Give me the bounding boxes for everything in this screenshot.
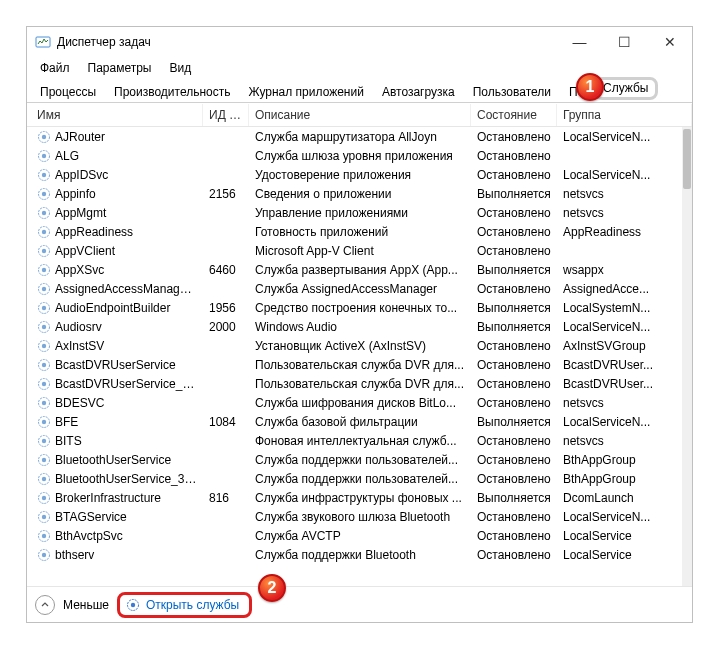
svg-point-30 — [42, 400, 46, 404]
service-desc: Средство построения конечных то... — [249, 301, 471, 315]
table-row[interactable]: BTAGServiceСлужба звукового шлюза Blueto… — [31, 507, 682, 526]
close-button[interactable]: ✕ — [647, 27, 692, 57]
titlebar: Диспетчер задач — ☐ ✕ — [27, 27, 692, 57]
service-name: BluetoothUserService_34751 — [55, 472, 203, 486]
service-group: LocalService — [557, 529, 682, 543]
service-name: AudioEndpointBuilder — [55, 301, 170, 315]
service-group: LocalService — [557, 548, 682, 562]
open-services-link[interactable]: Открыть службы — [117, 592, 252, 618]
svg-point-14 — [42, 248, 46, 252]
table-row[interactable]: AppReadinessГотовность приложенийОстанов… — [31, 222, 682, 241]
table-row[interactable]: AppIDSvcУдостоверение приложенияОстановл… — [31, 165, 682, 184]
service-state: Остановлено — [471, 282, 557, 296]
col-group[interactable]: Группа — [557, 104, 692, 126]
menu-view[interactable]: Вид — [160, 58, 200, 78]
table-row[interactable]: BrokerInfrastructure816Служба инфраструк… — [31, 488, 682, 507]
service-state: Остановлено — [471, 529, 557, 543]
svg-point-34 — [42, 438, 46, 442]
svg-point-42 — [42, 514, 46, 518]
callout-badge-1: 1 — [576, 73, 604, 101]
tab-processes[interactable]: Процессы — [31, 80, 105, 103]
table-row[interactable]: AppMgmtУправление приложениямиОстановлен… — [31, 203, 682, 222]
service-group: LocalServiceN... — [557, 320, 682, 334]
fewer-details-label[interactable]: Меньше — [63, 598, 109, 612]
services-icon — [126, 598, 140, 612]
collapse-button[interactable] — [35, 595, 55, 615]
table-row[interactable]: BluetoothUserServiceСлужба поддержки пол… — [31, 450, 682, 469]
service-desc: Фоновая интеллектуальная служб... — [249, 434, 471, 448]
col-desc[interactable]: Описание — [249, 104, 471, 126]
table-row[interactable]: BITSФоновая интеллектуальная служб...Ост… — [31, 431, 682, 450]
service-group: LocalServiceN... — [557, 510, 682, 524]
scroll-thumb[interactable] — [683, 129, 691, 189]
svg-point-26 — [42, 362, 46, 366]
service-pid: 2156 — [203, 187, 249, 201]
menu-options[interactable]: Параметры — [79, 58, 161, 78]
table-row[interactable]: BluetoothUserService_34751Служба поддерж… — [31, 469, 682, 488]
service-desc: Управление приложениями — [249, 206, 471, 220]
gear-icon — [37, 130, 51, 144]
table-row[interactable]: AudioEndpointBuilder1956Средство построе… — [31, 298, 682, 317]
service-group: netsvcs — [557, 206, 682, 220]
tab-users[interactable]: Пользователи — [464, 80, 560, 103]
gear-icon — [37, 206, 51, 220]
service-name: AJRouter — [55, 130, 105, 144]
tab-performance[interactable]: Производительность — [105, 80, 239, 103]
service-group: AssignedAcce... — [557, 282, 682, 296]
service-name: BFE — [55, 415, 78, 429]
table-row[interactable]: BcastDVRUserServiceПользовательская служ… — [31, 355, 682, 374]
minimize-button[interactable]: — — [557, 27, 602, 57]
table-row[interactable]: BFE1084Служба базовой фильтрацииВыполняе… — [31, 412, 682, 431]
service-name: BDESVC — [55, 396, 104, 410]
col-state[interactable]: Состояние — [471, 104, 557, 126]
gear-icon — [37, 377, 51, 391]
table-row[interactable]: Audiosrv2000Windows AudioВыполняетсяLoca… — [31, 317, 682, 336]
table-row[interactable]: BDESVCСлужба шифрования дисков BitLo...О… — [31, 393, 682, 412]
service-state: Остановлено — [471, 396, 557, 410]
service-pid: 6460 — [203, 263, 249, 277]
gear-icon — [37, 472, 51, 486]
gear-icon — [37, 491, 51, 505]
menu-file[interactable]: Файл — [31, 58, 79, 78]
svg-point-18 — [42, 286, 46, 290]
service-desc: Служба инфраструктуры фоновых ... — [249, 491, 471, 505]
table-row[interactable]: Appinfo2156Сведения о приложенииВыполняе… — [31, 184, 682, 203]
gear-icon — [37, 396, 51, 410]
table-row[interactable]: ALGСлужба шлюза уровня приложенияОстанов… — [31, 146, 682, 165]
service-desc: Служба поддержки Bluetooth — [249, 548, 471, 562]
table-row[interactable]: AxInstSVУстановщик ActiveX (AxInstSV)Ост… — [31, 336, 682, 355]
footer: Меньше Открыть службы — [27, 586, 692, 622]
gear-icon — [37, 301, 51, 315]
column-headers: Имя ИД п... Описание Состояние Группа — [27, 103, 692, 127]
chevron-up-icon — [41, 601, 49, 609]
service-desc: Служба маршрутизатора AllJoyn — [249, 130, 471, 144]
table-row[interactable]: AssignedAccessManagerSvcСлужба AssignedA… — [31, 279, 682, 298]
service-state: Остановлено — [471, 434, 557, 448]
maximize-button[interactable]: ☐ — [602, 27, 647, 57]
service-desc: Windows Audio — [249, 320, 471, 334]
gear-icon — [37, 225, 51, 239]
vertical-scrollbar[interactable] — [682, 127, 692, 586]
tab-startup[interactable]: Автозагрузка — [373, 80, 464, 103]
tab-app-history[interactable]: Журнал приложений — [240, 80, 373, 103]
table-row[interactable]: AppXSvc6460Служба развертывания AppX (Ap… — [31, 260, 682, 279]
service-desc: Microsoft App-V Client — [249, 244, 471, 258]
table-row[interactable]: AppVClientMicrosoft App-V ClientОстановл… — [31, 241, 682, 260]
service-group: AxInstSVGroup — [557, 339, 682, 353]
gear-icon — [37, 187, 51, 201]
table-row[interactable]: bthservСлужба поддержки BluetoothОстанов… — [31, 545, 682, 564]
svg-point-10 — [42, 210, 46, 214]
service-name: AppIDSvc — [55, 168, 108, 182]
col-pid[interactable]: ИД п... — [203, 104, 249, 126]
table-row[interactable]: BthAvctpSvcСлужба AVCTPОстановленоLocalS… — [31, 526, 682, 545]
col-name[interactable]: Имя — [31, 104, 203, 126]
gear-icon — [37, 548, 51, 562]
gear-icon — [37, 339, 51, 353]
gear-icon — [37, 320, 51, 334]
services-list: AJRouterСлужба маршрутизатора AllJoynОст… — [27, 127, 692, 586]
service-desc: Служба развертывания AppX (App... — [249, 263, 471, 277]
service-state: Остановлено — [471, 453, 557, 467]
table-row[interactable]: AJRouterСлужба маршрутизатора AllJoynОст… — [31, 127, 682, 146]
table-row[interactable]: BcastDVRUserService_34751Пользовательска… — [31, 374, 682, 393]
service-name: ALG — [55, 149, 79, 163]
